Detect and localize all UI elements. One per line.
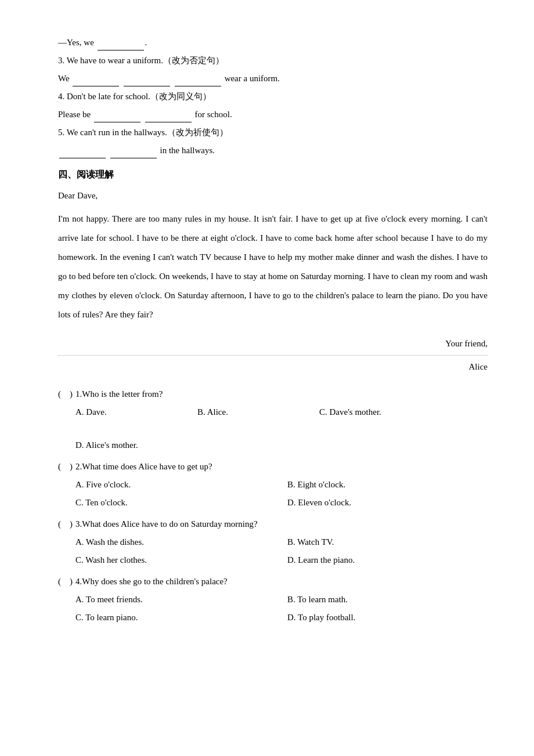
q1-option-b: B. Alice. bbox=[197, 404, 302, 420]
blank-1 bbox=[98, 50, 144, 50]
q4-option-b: B. To learn math. bbox=[287, 592, 488, 607]
blank-7 bbox=[59, 158, 106, 158]
q4-paren: ( ) bbox=[58, 574, 75, 589]
intro-line-3: We wear a uniform. bbox=[58, 71, 488, 86]
q2-number: 2. bbox=[75, 459, 82, 475]
blank-6 bbox=[145, 122, 192, 122]
q3-option-b: B. Watch TV. bbox=[287, 534, 488, 550]
intro-line-5: Please be for school. bbox=[58, 107, 488, 122]
author-name: Alice bbox=[58, 359, 488, 375]
q4-option-d: D. To play football. bbox=[287, 610, 488, 625]
closing-line: Your friend, bbox=[58, 336, 488, 352]
q1-option-a: A. Dave. bbox=[75, 404, 180, 420]
q2-text: What time does Alice have to get up? bbox=[82, 459, 212, 475]
question-2-line: ( ) 2. What time does Alice have to get … bbox=[58, 459, 488, 475]
q1-options: A. Dave. B. Alice. C. Dave's mother. D. … bbox=[75, 404, 488, 453]
reading-passage: I'm not happy. There are too many rules … bbox=[58, 209, 488, 324]
section-title: 四、阅读理解 bbox=[58, 167, 488, 183]
q2-paren: ( ) bbox=[58, 459, 75, 475]
blank-8 bbox=[110, 158, 157, 158]
question-1-line: ( ) 1. Who is the letter from? bbox=[58, 386, 488, 402]
blank-5 bbox=[94, 122, 140, 122]
signature-divider bbox=[58, 355, 488, 356]
q3-options: A. Wash the dishes. B. Watch TV. C. Wash… bbox=[75, 534, 488, 568]
question-4: ( ) 4. Why does she go to the children's… bbox=[58, 574, 488, 625]
question-2: ( ) 2. What time does Alice have to get … bbox=[58, 459, 488, 511]
intro-line-1: —Yes, we . bbox=[58, 35, 488, 50]
q2-option-a: A. Five o'clock. bbox=[75, 477, 276, 493]
q2-option-b: B. Eight o'clock. bbox=[287, 477, 488, 493]
blank-4 bbox=[175, 86, 221, 86]
blank-2 bbox=[73, 86, 119, 86]
q1-number: 1. bbox=[75, 386, 82, 402]
question-3: ( ) 3. What does Alice have to do on Sat… bbox=[58, 516, 488, 568]
question-3-line: ( ) 3. What does Alice have to do on Sat… bbox=[58, 516, 488, 532]
q3-number: 3. bbox=[75, 516, 82, 532]
q3-text: What does Alice have to do on Saturday m… bbox=[82, 516, 257, 532]
q1-option-c: C. Dave's mother. bbox=[319, 404, 424, 420]
q3-option-d: D. Learn the piano. bbox=[287, 552, 488, 568]
intro-section: —Yes, we . 3. We have to wear a uniform.… bbox=[58, 35, 488, 158]
question-1: ( ) 1. Who is the letter from? A. Dave. … bbox=[58, 386, 488, 453]
q3-paren: ( ) bbox=[58, 516, 75, 532]
q3-option-a: A. Wash the dishes. bbox=[75, 534, 276, 550]
blank-3 bbox=[124, 86, 170, 86]
q4-option-c: C. To learn piano. bbox=[75, 610, 276, 625]
intro-line-4: 4. Don't be late for school.（改为同义句） bbox=[58, 89, 488, 104]
q1-paren: ( ) bbox=[58, 386, 75, 402]
q1-option-d: D. Alice's mother. bbox=[75, 437, 180, 453]
intro-line-2: 3. We have to wear a uniform.（改为否定句） bbox=[58, 53, 488, 68]
dear-dave: Dear Dave, bbox=[58, 188, 488, 204]
q4-number: 4. bbox=[75, 574, 82, 589]
passage-text: I'm not happy. There are too many rules … bbox=[58, 209, 488, 324]
questions-section: ( ) 1. Who is the letter from? A. Dave. … bbox=[58, 386, 488, 625]
q4-text: Why does she go to the children's palace… bbox=[82, 574, 228, 589]
q2-options: A. Five o'clock. B. Eight o'clock. C. Te… bbox=[75, 477, 488, 511]
q2-option-c: C. Ten o'clock. bbox=[75, 495, 276, 511]
signature-block: Your friend, Alice bbox=[58, 336, 488, 375]
intro-line-7: in the hallways. bbox=[58, 143, 488, 158]
q4-options: A. To meet friends. B. To learn math. C.… bbox=[75, 592, 488, 625]
q2-option-d: D. Eleven o'clock. bbox=[287, 495, 488, 511]
q1-text: Who is the letter from? bbox=[82, 386, 163, 402]
section-4: 四、阅读理解 Dear Dave, I'm not happy. There a… bbox=[58, 167, 488, 375]
question-4-line: ( ) 4. Why does she go to the children's… bbox=[58, 574, 488, 589]
q4-option-a: A. To meet friends. bbox=[75, 592, 276, 607]
q3-option-c: C. Wash her clothes. bbox=[75, 552, 276, 568]
intro-line-6: 5. We can't run in the hallways.（改为祈使句） bbox=[58, 125, 488, 140]
